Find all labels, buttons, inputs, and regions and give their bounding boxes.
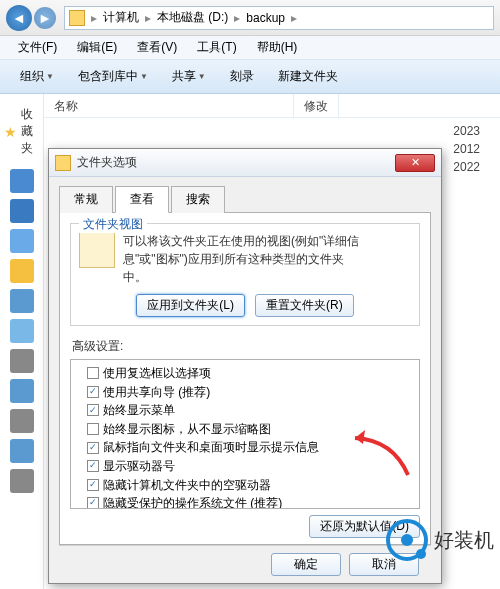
sidebar-item[interactable]: [10, 229, 34, 253]
address-field[interactable]: ▸ 计算机 ▸ 本地磁盘 (D:) ▸ backup ▸: [64, 6, 494, 30]
sidebar-item[interactable]: [10, 319, 34, 343]
chevron-down-icon: ▼: [198, 72, 206, 81]
sidebar-item[interactable]: [10, 199, 34, 223]
tree-item[interactable]: ✓鼠标指向文件夹和桌面项时显示提示信息: [73, 438, 417, 457]
nav-forward-button[interactable]: ►: [34, 7, 56, 29]
column-header-name[interactable]: 名称: [44, 94, 294, 117]
watermark-text: 好装机: [434, 527, 494, 554]
sidebar-item[interactable]: [10, 169, 34, 193]
menu-file[interactable]: 文件(F): [8, 37, 67, 58]
checkbox[interactable]: ✓: [87, 404, 99, 416]
tree-item[interactable]: ✓始终显示菜单: [73, 401, 417, 420]
sidebar: ★ 收藏夹: [0, 94, 44, 589]
chevron-down-icon: ▼: [140, 72, 148, 81]
sidebar-item[interactable]: [10, 259, 34, 283]
checkbox[interactable]: [87, 367, 99, 379]
tree-item[interactable]: ✓隐藏受保护的操作系统文件 (推荐): [73, 494, 417, 509]
tab-general[interactable]: 常规: [59, 186, 113, 213]
tree-item[interactable]: ✓使用共享向导 (推荐): [73, 383, 417, 402]
advanced-settings-label: 高级设置:: [72, 338, 420, 355]
tree-item[interactable]: ✓显示驱动器号: [73, 457, 417, 476]
sidebar-item[interactable]: [10, 409, 34, 433]
nav-back-button[interactable]: ◄: [6, 5, 32, 31]
burn-button[interactable]: 刻录: [220, 64, 264, 89]
column-headers: 名称 修改: [44, 94, 500, 118]
chevron-down-icon: ▼: [46, 72, 54, 81]
tree-item[interactable]: 始终显示图标，从不显示缩略图: [73, 420, 417, 439]
chevron-right-icon: ▸: [232, 11, 242, 25]
menu-view[interactable]: 查看(V): [127, 37, 187, 58]
ok-button[interactable]: 确定: [271, 553, 341, 576]
sidebar-item[interactable]: [10, 469, 34, 493]
dialog-footer: 确定 取消: [59, 545, 431, 583]
sidebar-item[interactable]: [10, 379, 34, 403]
breadcrumb[interactable]: backup: [242, 11, 289, 25]
watermark: 好装机: [386, 519, 494, 561]
menu-help[interactable]: 帮助(H): [247, 37, 308, 58]
sidebar-item[interactable]: [10, 349, 34, 373]
list-item[interactable]: 2023: [44, 122, 500, 140]
tab-view[interactable]: 查看: [115, 186, 169, 213]
address-bar: ◄ ► ▸ 计算机 ▸ 本地磁盘 (D:) ▸ backup ▸: [0, 0, 500, 36]
tab-strip: 常规 查看 搜索: [59, 185, 431, 213]
menu-bar: 文件(F) 编辑(E) 查看(V) 工具(T) 帮助(H): [0, 36, 500, 60]
breadcrumb[interactable]: 本地磁盘 (D:): [153, 9, 232, 26]
sidebar-item[interactable]: [10, 289, 34, 313]
folder-views-desc: 可以将该文件夹正在使用的视图(例如"详细信 息"或"图标")应用到所有这种类型的…: [123, 232, 359, 286]
dialog-titlebar[interactable]: 文件夹选项 ✕: [49, 149, 441, 177]
menu-tools[interactable]: 工具(T): [187, 37, 246, 58]
chevron-right-icon: ▸: [289, 11, 299, 25]
menu-edit[interactable]: 编辑(E): [67, 37, 127, 58]
tree-item[interactable]: ✓隐藏计算机文件夹中的空驱动器: [73, 476, 417, 495]
checkbox[interactable]: ✓: [87, 497, 99, 509]
apply-to-folders-button[interactable]: 应用到文件夹(L): [136, 294, 245, 317]
tree-item[interactable]: 使用复选框以选择项: [73, 364, 417, 383]
star-icon: ★: [4, 124, 17, 140]
checkbox[interactable]: ✓: [87, 479, 99, 491]
tab-panel-view: 文件夹视图 可以将该文件夹正在使用的视图(例如"详细信 息"或"图标")应用到所…: [59, 213, 431, 545]
checkbox[interactable]: [87, 423, 99, 435]
group-title: 文件夹视图: [79, 216, 147, 233]
checkbox[interactable]: ✓: [87, 460, 99, 472]
organize-button[interactable]: 组织▼: [10, 64, 64, 89]
reset-folders-button[interactable]: 重置文件夹(R): [255, 294, 354, 317]
sidebar-item[interactable]: [10, 439, 34, 463]
folder-view-icon: [79, 232, 115, 268]
new-folder-button[interactable]: 新建文件夹: [268, 64, 348, 89]
folder-options-dialog: 文件夹选项 ✕ 常规 查看 搜索 文件夹视图 可以将该文件夹正在使用的视图(例如…: [48, 148, 442, 584]
watermark-logo-icon: [386, 519, 428, 561]
sidebar-item-label: 收藏夹: [21, 106, 39, 157]
include-in-library-button[interactable]: 包含到库中▼: [68, 64, 158, 89]
tab-search[interactable]: 搜索: [171, 186, 225, 213]
share-button[interactable]: 共享▼: [162, 64, 216, 89]
close-button[interactable]: ✕: [395, 154, 435, 172]
dialog-title: 文件夹选项: [77, 154, 395, 171]
checkbox[interactable]: ✓: [87, 386, 99, 398]
folder-views-group: 文件夹视图 可以将该文件夹正在使用的视图(例如"详细信 息"或"图标")应用到所…: [70, 223, 420, 326]
folder-icon: [55, 155, 71, 171]
folder-icon: [69, 10, 85, 26]
toolbar: 组织▼ 包含到库中▼ 共享▼ 刻录 新建文件夹: [0, 60, 500, 94]
sidebar-favorites[interactable]: ★ 收藏夹: [0, 100, 43, 163]
checkbox[interactable]: ✓: [87, 442, 99, 454]
breadcrumb[interactable]: 计算机: [99, 9, 143, 26]
chevron-right-icon: ▸: [89, 11, 99, 25]
column-header-modified[interactable]: 修改: [294, 94, 339, 117]
advanced-settings-tree[interactable]: 使用复选框以选择项 ✓使用共享向导 (推荐) ✓始终显示菜单 始终显示图标，从不…: [70, 359, 420, 509]
chevron-right-icon: ▸: [143, 11, 153, 25]
